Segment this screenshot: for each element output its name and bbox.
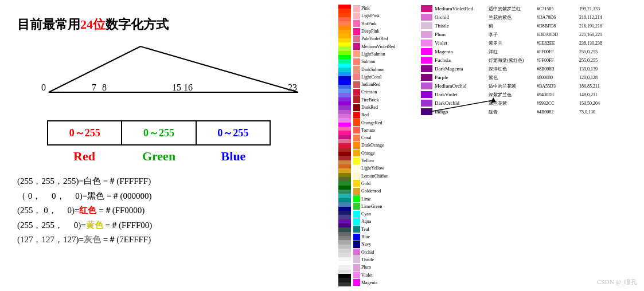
- color-swatch-small: [353, 20, 360, 27]
- color-list-row: LimeGreen: [353, 203, 416, 210]
- color-name-en: DarkSalmon: [361, 67, 407, 72]
- color-swatch: [338, 80, 351, 84]
- color-swatch-small: [353, 272, 360, 278]
- color-list-row: Magenta: [353, 279, 416, 286]
- color-list-row: Orchid: [353, 249, 416, 256]
- color-name-en: LemonChiffon: [361, 174, 407, 179]
- color-swatch: [338, 114, 351, 118]
- color-name-en: Thistle: [361, 257, 407, 262]
- detail-color-rgb: 255,0,255: [579, 49, 619, 54]
- pos-23: 23: [288, 82, 297, 92]
- color-name-en: LightPink: [361, 13, 407, 18]
- detail-color-en: Orchid: [435, 14, 486, 20]
- color-swatch: [338, 219, 351, 223]
- color-swatch: [338, 253, 351, 257]
- color-swatch: [338, 236, 351, 240]
- detail-color-rgb: 153,50,204: [579, 101, 619, 106]
- title-prefix: 目前最常用: [17, 17, 80, 32]
- color-name-en: Cyan: [361, 211, 407, 217]
- color-swatch-small: [353, 195, 360, 202]
- color-swatch: [338, 101, 351, 105]
- detail-color-row: DarkViolet 深紫罗兰色 #9400D3 148,0,211: [421, 91, 638, 99]
- detail-color-cn: 适中的紫罗兰红: [489, 6, 534, 12]
- color-swatch: [338, 223, 351, 227]
- detail-color-en: MediumOrchid: [435, 83, 486, 89]
- color-strip: [338, 5, 351, 286]
- color-swatch: [338, 46, 351, 50]
- detail-color-row: Magenta 洋红 #FF00FF 255,0,255: [421, 48, 638, 56]
- color-swatch-small: [353, 89, 360, 96]
- detail-color-hex: #9932CC: [537, 101, 577, 106]
- color-list-row: OrangeRed: [353, 119, 416, 126]
- color-swatch: [338, 9, 351, 13]
- detail-swatch: [421, 65, 432, 72]
- color-swatch: [338, 270, 351, 274]
- color-list-row: LightSalmon: [353, 50, 416, 58]
- detail-color-hex: #9400D3: [537, 92, 577, 97]
- detail-color-hex: #FF00FF: [537, 58, 577, 63]
- color-swatch-small: [353, 165, 360, 172]
- detail-swatch: [421, 57, 432, 64]
- color-swatch: [338, 232, 351, 236]
- detail-color-hex: #FF00FF: [537, 49, 577, 54]
- detail-color-en: Thistle: [435, 23, 486, 29]
- color-swatch: [338, 13, 351, 17]
- color-swatch-small: [353, 112, 360, 119]
- detail-swatch: [421, 91, 432, 98]
- detail-color-row: Indigo 靛青 #4B0082 75,0,130: [421, 108, 638, 116]
- color-swatch: [338, 139, 351, 143]
- color-swatch: [338, 143, 351, 147]
- color-list-row: Tomato: [353, 127, 416, 134]
- detail-swatch: [421, 40, 432, 46]
- color-list-row: Salmon: [353, 58, 416, 65]
- color-list-row: Navy: [353, 241, 416, 248]
- color-swatch: [338, 118, 351, 122]
- pos-8: 8: [102, 82, 107, 92]
- detail-color-rgb: 128,0,128: [579, 75, 619, 80]
- detail-color-cn: 灯笼海棠(紫红色): [489, 57, 534, 64]
- detail-color-cn: 李子: [489, 32, 534, 38]
- color-swatch: [338, 26, 351, 30]
- color-swatch-small: [353, 150, 360, 156]
- color-name-en: Blue: [361, 234, 407, 239]
- color-swatch: [338, 55, 351, 59]
- color-swatch: [338, 135, 351, 139]
- red-label: Red: [47, 149, 122, 164]
- color-list-row: Thistle: [353, 256, 416, 264]
- color-swatch-small: [353, 188, 360, 195]
- detail-color-rgb: 186,85,211: [579, 84, 619, 89]
- color-list-row: Crimson: [353, 88, 416, 96]
- color-name-en: Aqua: [361, 219, 407, 224]
- color-swatch: [338, 164, 351, 168]
- detail-swatch: [421, 100, 432, 107]
- detail-swatch: [421, 74, 432, 81]
- color-swatch: [338, 186, 351, 190]
- detail-swatch: [421, 5, 432, 12]
- color-swatch: [338, 5, 351, 9]
- watermark: CSDN @_瞳孔: [597, 278, 637, 286]
- formula-1: (255，255，255)=白色 =＃(FFFFFF): [17, 174, 315, 189]
- color-swatch: [338, 257, 351, 261]
- color-list-row: LightPink: [353, 12, 416, 19]
- color-name-en: Navy: [361, 242, 407, 247]
- detail-color-rgb: 75,0,130: [579, 109, 619, 115]
- detail-color-en: Fuchsia: [435, 57, 486, 63]
- color-swatch: [338, 278, 351, 282]
- detail-color-cn: 兰花的紫色: [489, 14, 534, 21]
- color-list-row: Lime: [353, 195, 416, 202]
- detail-color-hex: #C71585: [537, 6, 577, 11]
- green-label: Green: [122, 149, 196, 164]
- yellow-word: 黄色: [86, 221, 103, 230]
- color-swatch-small: [353, 180, 360, 187]
- detail-color-en: Indigo: [435, 109, 486, 115]
- detail-color-cn: 深兰花紫: [489, 100, 534, 107]
- color-swatch: [338, 110, 351, 114]
- detail-color-cn: 靛青: [489, 109, 534, 115]
- color-swatch-small: [353, 279, 360, 286]
- blue-box: 0～255: [197, 121, 270, 144]
- detail-color-row: DarkOrchid 深兰花紫 #9932CC 153,50,204: [421, 99, 638, 107]
- color-list-row: Plum: [353, 264, 416, 271]
- color-name-en: Orange: [361, 151, 407, 156]
- color-swatch: [338, 105, 351, 109]
- diagram-area: 0 7 8 15 16 23: [17, 44, 315, 118]
